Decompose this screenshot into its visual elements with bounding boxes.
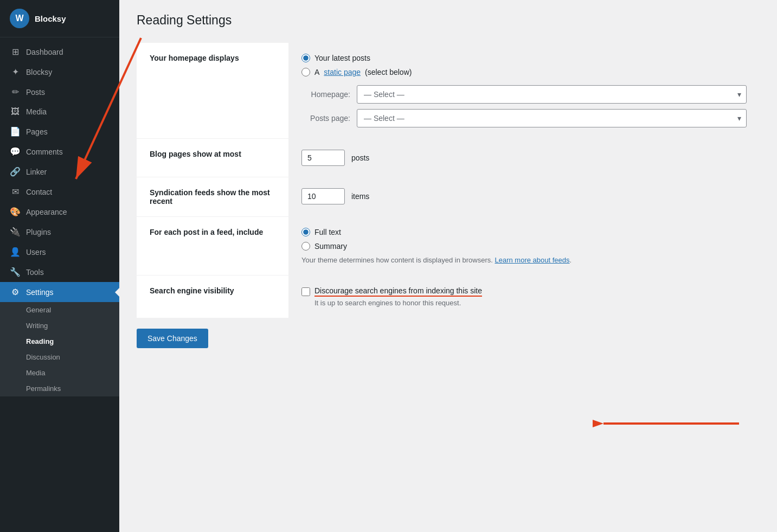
radio-summary-input[interactable] xyxy=(301,242,310,251)
settings-submenu: General Writing Reading Discussion Media… xyxy=(0,302,119,396)
posts-page-select[interactable]: — Select — xyxy=(357,109,747,127)
form-row-homepage: Your homepage displays Your latest posts… xyxy=(137,43,760,139)
sidebar-item-plugins[interactable]: 🔌 Plugins xyxy=(0,222,119,242)
homepage-select[interactable]: — Select — xyxy=(357,85,747,104)
sidebar-item-label: Contact xyxy=(26,188,52,196)
blog-pages-input[interactable] xyxy=(301,150,345,166)
appearance-icon: 🎨 xyxy=(10,207,21,217)
form-field-feed-include: Full text Summary Your theme determines … xyxy=(288,217,760,275)
form-field-blog-pages: posts xyxy=(288,139,760,177)
search-visibility-main-label[interactable]: Discourage search engines from indexing … xyxy=(314,286,482,297)
submenu-label: General xyxy=(26,306,51,314)
homepage-radio-group: Your latest posts A static page (select … xyxy=(301,54,747,76)
submenu-item-permalinks[interactable]: Permalinks xyxy=(0,381,119,396)
homepage-select-row: Homepage: — Select — ▾ xyxy=(301,85,747,104)
sidebar-item-contact[interactable]: ✉ Contact xyxy=(0,182,119,202)
sidebar-item-label: Linker xyxy=(26,168,47,176)
radio-latest-posts[interactable]: Your latest posts xyxy=(301,54,747,62)
submenu-item-general[interactable]: General xyxy=(0,302,119,318)
syndication-feeds-input[interactable] xyxy=(301,188,345,204)
submenu-item-media[interactable]: Media xyxy=(0,365,119,381)
submenu-label: Reading xyxy=(26,337,54,345)
sidebar-item-label: Appearance xyxy=(26,208,67,216)
form-label-homepage: Your homepage displays xyxy=(137,43,288,139)
dashboard-icon: ⊞ xyxy=(10,47,21,57)
posts-page-select-row: Posts page: — Select — ▾ xyxy=(301,109,747,127)
static-page-selects: Homepage: — Select — ▾ Posts page: — xyxy=(301,85,747,127)
syndication-feeds-suffix: items xyxy=(351,192,369,201)
radio-full-text-label: Full text xyxy=(314,228,341,236)
sidebar-item-label: Blocksy xyxy=(26,68,52,76)
form-row-blog-pages: Blog pages show at most posts xyxy=(137,139,760,177)
form-row-search-visibility: Search engine visibility Discourage sear… xyxy=(137,275,760,318)
radio-summary[interactable]: Summary xyxy=(301,242,747,251)
submenu-label: Media xyxy=(26,369,45,377)
annotation-arrow-2 xyxy=(593,402,744,445)
sidebar-item-comments[interactable]: 💬 Comments xyxy=(0,142,119,162)
form-row-feed-include: For each post in a feed, include Full te… xyxy=(137,217,760,275)
sidebar-item-settings[interactable]: ⚙ Settings xyxy=(0,282,119,302)
sidebar-item-appearance[interactable]: 🎨 Appearance xyxy=(0,202,119,222)
submenu-item-reading[interactable]: Reading xyxy=(0,334,119,349)
settings-icon: ⚙ xyxy=(10,287,21,297)
checkbox-underline-decoration: Discourage search engines from indexing … xyxy=(314,286,482,297)
static-page-link[interactable]: static page xyxy=(324,68,361,76)
sidebar: W Blocksy ⊞ Dashboard ✦ Blocksy ✏ Posts … xyxy=(0,0,119,532)
sidebar-item-pages[interactable]: 📄 Pages xyxy=(0,121,119,142)
radio-static-page-label-prefix: A xyxy=(314,68,319,76)
form-field-syndication-feeds: items xyxy=(288,177,760,217)
radio-static-page[interactable]: A static page (select below) xyxy=(301,68,747,76)
submenu-label: Permalinks xyxy=(26,384,61,393)
form-label-blog-pages: Blog pages show at most xyxy=(137,139,288,177)
save-changes-button[interactable]: Save Changes xyxy=(137,329,208,348)
sidebar-item-label: Media xyxy=(26,107,47,116)
radio-latest-posts-label: Your latest posts xyxy=(314,54,370,62)
sidebar-item-blocksy[interactable]: ✦ Blocksy xyxy=(0,62,119,82)
feed-include-radio-group: Full text Summary xyxy=(301,228,747,251)
sidebar-item-media[interactable]: 🖼 Media xyxy=(0,102,119,121)
page-title: Reading Settings xyxy=(137,13,760,28)
search-visibility-labels: Discourage search engines from indexing … xyxy=(314,286,482,307)
users-icon: 👤 xyxy=(10,247,21,257)
sidebar-item-posts[interactable]: ✏ Posts xyxy=(0,82,119,102)
search-visibility-sub-label: It is up to search engines to honor this… xyxy=(314,299,482,307)
sidebar-logo-icon: W xyxy=(10,9,29,28)
sidebar-item-dashboard[interactable]: ⊞ Dashboard xyxy=(0,42,119,62)
sidebar-logo-text: Blocksy xyxy=(35,14,66,23)
radio-latest-posts-input[interactable] xyxy=(301,54,310,62)
form-field-search-visibility: Discourage search engines from indexing … xyxy=(288,275,760,318)
learn-more-feeds-link[interactable]: Learn more about feeds xyxy=(495,256,570,264)
search-visibility-checkbox[interactable] xyxy=(301,287,310,296)
form-label-syndication-feeds: Syndication feeds show the most recent xyxy=(137,177,288,217)
contact-icon: ✉ xyxy=(10,187,21,197)
submenu-item-discussion[interactable]: Discussion xyxy=(0,349,119,365)
sidebar-item-label: Users xyxy=(26,248,46,257)
form-label-search-visibility: Search engine visibility xyxy=(137,275,288,318)
sidebar-item-linker[interactable]: 🔗 Linker xyxy=(0,162,119,182)
sidebar-navigation: ⊞ Dashboard ✦ Blocksy ✏ Posts 🖼 Media 📄 … xyxy=(0,37,119,401)
sidebar-logo: W Blocksy xyxy=(0,0,119,37)
posts-page-select-wrapper: — Select — ▾ xyxy=(357,109,747,127)
main-content: Reading Settings Your homepage displays xyxy=(119,0,777,532)
sidebar-item-users[interactable]: 👤 Users xyxy=(0,242,119,262)
tools-icon: 🔧 xyxy=(10,267,21,277)
linker-icon: 🔗 xyxy=(10,166,21,177)
settings-arrow-indicator xyxy=(115,287,120,297)
sidebar-item-label: Settings xyxy=(26,288,54,297)
radio-static-page-input[interactable] xyxy=(301,68,310,76)
radio-full-text[interactable]: Full text xyxy=(301,228,747,236)
homepage-select-wrapper: — Select — ▾ xyxy=(357,85,747,104)
sidebar-item-label: Pages xyxy=(26,127,48,136)
sidebar-item-label: Comments xyxy=(26,148,63,156)
posts-page-select-label: Posts page: xyxy=(301,114,350,123)
radio-static-page-label-suffix: (select below) xyxy=(365,68,412,76)
sidebar-item-tools[interactable]: 🔧 Tools xyxy=(0,262,119,282)
form-row-syndication-feeds: Syndication feeds show the most recent i… xyxy=(137,177,760,217)
radio-summary-label: Summary xyxy=(314,242,347,251)
sidebar-item-label: Dashboard xyxy=(26,48,63,56)
radio-full-text-input[interactable] xyxy=(301,228,310,236)
submenu-item-writing[interactable]: Writing xyxy=(0,318,119,334)
pages-icon: 📄 xyxy=(10,126,21,137)
comments-icon: 💬 xyxy=(10,146,21,157)
blog-pages-suffix: posts xyxy=(351,153,369,162)
